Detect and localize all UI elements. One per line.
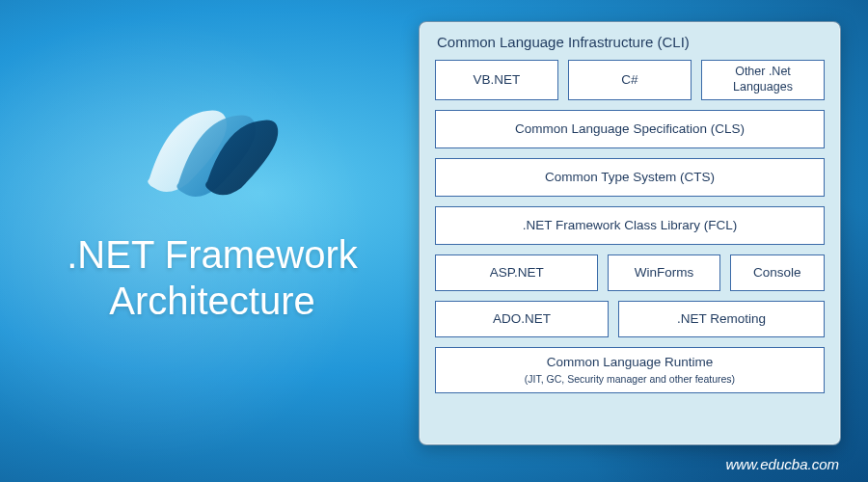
box-winforms: WinForms <box>608 254 719 291</box>
clr-title: Common Language Runtime <box>547 355 714 371</box>
box-fcl: .NET Framework Class Library (FCL) <box>435 206 825 245</box>
box-aspnet: ASP.NET <box>435 254 598 291</box>
box-cls: Common Language Specification (CLS) <box>435 110 825 148</box>
box-csharp: C# <box>568 60 692 100</box>
watermark-url: www.educba.com <box>725 456 839 472</box>
cli-container-title: Common Language Infrastructure (CLI) <box>435 34 825 50</box>
left-panel: .NET Framework Architecture <box>39 96 386 324</box>
cls-row: Common Language Specification (CLS) <box>435 110 825 148</box>
box-adonet: ADO.NET <box>435 301 609 337</box>
box-clr: Common Language Runtime (JIT, GC, Securi… <box>435 347 825 393</box>
clr-row: Common Language Runtime (JIT, GC, Securi… <box>435 347 825 393</box>
page-title: .NET Framework Architecture <box>39 231 386 324</box>
ui-layer-row: ASP.NET WinForms Console <box>435 254 825 291</box>
architecture-diagram: Common Language Infrastructure (CLI) VB.… <box>419 21 841 445</box>
box-other-languages: Other .Net Languages <box>701 60 825 100</box>
cts-row: Common Type System (CTS) <box>435 158 825 197</box>
title-line-2: Architecture <box>109 280 314 322</box>
box-console: Console <box>730 254 826 291</box>
fcl-row: .NET Framework Class Library (FCL) <box>435 206 825 245</box>
dotnet-logo-icon <box>135 96 289 202</box>
clr-subtitle: (JIT, GC, Security manager and other fea… <box>525 373 735 386</box>
box-cts: Common Type System (CTS) <box>435 158 825 197</box>
title-line-1: .NET Framework <box>67 233 358 276</box>
box-remoting: .NET Remoting <box>618 301 825 337</box>
languages-row: VB.NET C# Other .Net Languages <box>435 60 825 100</box>
data-layer-row: ADO.NET .NET Remoting <box>435 301 825 337</box>
box-vbnet: VB.NET <box>435 60 558 100</box>
